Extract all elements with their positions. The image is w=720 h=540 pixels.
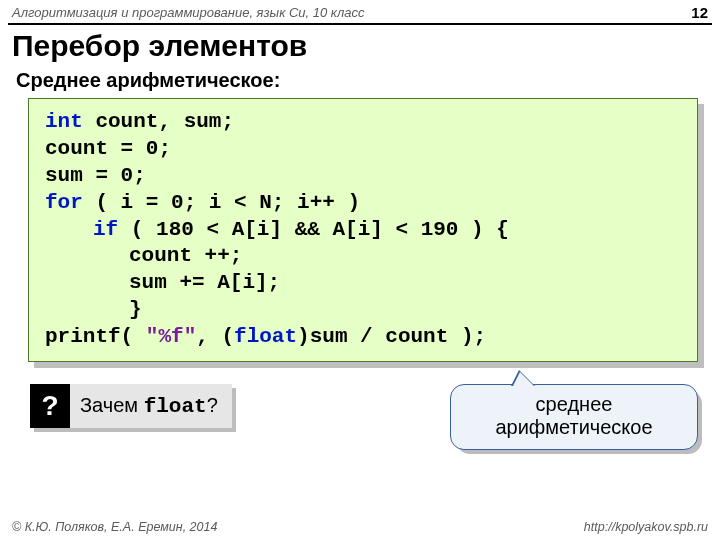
q-suffix: ?	[207, 394, 218, 416]
code-text: ( 180 < A[i] && A[i] < 190 ) {	[118, 218, 509, 241]
callout-line: арифметическое	[471, 416, 677, 439]
q-prefix: Зачем	[80, 394, 144, 416]
code-line: count = 0;	[45, 136, 681, 163]
code-text: , (	[196, 325, 234, 348]
callout-line: среднее	[471, 393, 677, 416]
code-line: sum = 0;	[45, 163, 681, 190]
code-line: }	[45, 297, 142, 324]
code-block: int count, sum; count = 0; sum = 0; for …	[28, 98, 698, 362]
code-kw: int	[45, 110, 83, 133]
question-box: ? Зачем float?	[30, 384, 232, 428]
code-text: )sum / count );	[297, 325, 486, 348]
question-text: Зачем float?	[80, 394, 218, 418]
q-mono: float	[144, 395, 207, 418]
page-title: Перебор элементов	[0, 25, 720, 67]
callout-tail	[513, 372, 534, 386]
code-line: sum += A[i];	[45, 270, 280, 297]
code-string: "%f"	[146, 325, 196, 348]
code-line: count ++;	[45, 243, 242, 270]
code-text: printf(	[45, 325, 146, 348]
callout-bubble: среднее арифметическое	[450, 384, 698, 450]
section-subtitle: Среднее арифметическое:	[0, 67, 720, 98]
course-label: Алгоритмизация и программирование, язык …	[12, 5, 365, 20]
code-text: count, sum;	[83, 110, 234, 133]
code-kw: if	[93, 218, 118, 241]
code-kw: for	[45, 191, 83, 214]
page-number: 12	[691, 4, 708, 21]
question-mark-icon: ?	[30, 384, 70, 428]
code-text: ( i = 0; i < N; i++ )	[83, 191, 360, 214]
copyright: © К.Ю. Поляков, Е.А. Еремин, 2014	[12, 520, 217, 534]
code-kw: float	[234, 325, 297, 348]
footer-url: http://kpolyakov.spb.ru	[584, 520, 708, 534]
